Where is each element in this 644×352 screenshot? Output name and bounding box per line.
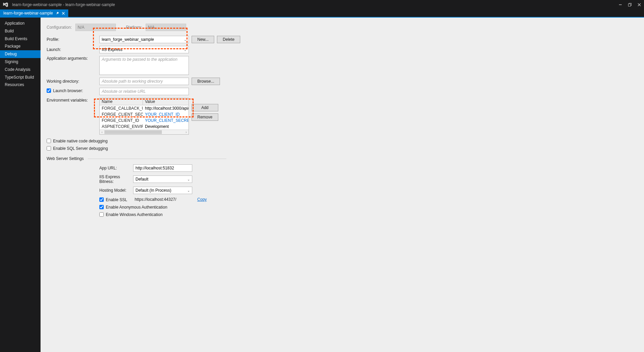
enable-native-debug-checkbox[interactable] [47,139,51,143]
minimize-button[interactable] [616,0,625,9]
enable-win-label: Enable Windows Authentication [106,212,163,217]
env-row[interactable]: ASPNETCORE_ENVIRONMENTDevelopment [100,124,189,130]
tab-bar: learn-forge-webinar-sample [0,9,644,18]
iis-bitness-select[interactable]: Default⌄ [133,175,192,183]
env-name-cell: FORGE_CLIENT_SECRET [100,111,143,117]
env-name-header: Name [100,98,143,105]
close-button[interactable] [635,0,644,9]
configuration-select[interactable]: N/A⌄ [75,24,116,31]
enable-anon-label: Enable Anonymous Authentication [106,205,167,210]
pin-icon[interactable] [56,11,59,15]
configuration-label: Configuration: [47,25,72,30]
window-title: learn-forge-webinar-sample - learn-forge… [12,2,616,7]
enable-windows-auth-checkbox[interactable] [99,212,104,217]
sidebar-item-build[interactable]: Build [0,27,41,35]
copy-link[interactable]: Copy [197,197,207,202]
environment-variables-table[interactable]: Name Value FORGE_CALLBACK_URLhttp://loca… [99,98,189,135]
application-arguments-label: Application arguments: [47,56,99,61]
sidebar-item-application[interactable]: Application [0,20,41,27]
properties-sidebar: Application Build Build Events Package D… [0,18,41,352]
hosting-model-select[interactable]: Default (In Process)⌄ [133,187,192,194]
profile-label: Profile: [47,37,99,42]
remove-env-button[interactable]: Remove [192,113,218,121]
platform-label: Platform: [126,25,142,30]
enable-sql-debug-checkbox[interactable] [47,146,51,151]
add-env-button[interactable]: Add [192,104,218,111]
tab-project-properties[interactable]: learn-forge-webinar-sample [0,9,68,17]
hosting-model-label: Hosting Model: [99,188,133,193]
chevron-down-icon: ⌄ [110,25,114,30]
env-value-cell: YOUR_CLIENT_SECRET [143,117,189,124]
launch-browser-checkbox-row: Launch browser: [47,88,99,93]
chevron-down-icon: ⌄ [187,178,190,181]
svg-rect-2 [628,4,631,6]
restore-button[interactable] [625,0,635,9]
app-url-input[interactable] [133,164,192,172]
enable-sql-label: Enable SQL Server debugging [53,146,108,151]
enable-native-label: Enable native code debugging [53,139,107,143]
application-arguments-input[interactable] [99,56,189,75]
working-directory-label: Working directory: [47,79,99,84]
enable-anonymous-auth-checkbox[interactable] [99,205,104,209]
environment-variables-label: Environment variables: [47,98,99,103]
env-value-cell: YOUR_CLIENT_ID [143,111,189,117]
env-horizontal-scrollbar[interactable]: ‹ › [100,130,189,134]
env-name-cell: FORGE_CLIENT_ID [100,117,143,124]
working-directory-input[interactable] [99,78,189,85]
env-row[interactable]: FORGE_CLIENT_SECRETYOUR_CLIENT_ID [100,111,189,117]
new-profile-button[interactable]: New... [192,36,214,43]
launch-browser-checkbox[interactable] [47,88,51,93]
browse-button[interactable]: Browse... [192,78,220,85]
chevron-down-icon: ⌄ [180,25,184,30]
chevron-down-icon: ⌄ [184,38,187,42]
web-server-settings-header: Web Server Settings [47,156,638,161]
sidebar-item-signing[interactable]: Signing [0,58,41,66]
sidebar-item-debug[interactable]: Debug [0,50,41,58]
sidebar-item-build-events[interactable]: Build Events [0,35,41,43]
app-url-label: App URL: [99,166,133,170]
env-value-cell: Development [143,124,189,130]
scroll-right-icon[interactable]: › [184,130,189,134]
enable-ssl-label: Enable SSL [106,197,127,202]
delete-profile-button[interactable]: Delete [217,36,240,43]
enable-ssl-checkbox[interactable] [99,197,104,202]
ssl-url: https://localhost:44327/ [134,197,176,202]
launch-browser-url-input[interactable] [99,88,189,95]
env-row[interactable]: FORGE_CLIENT_IDYOUR_CLIENT_SECRET [100,117,189,124]
scroll-left-icon[interactable]: ‹ [100,130,104,134]
sidebar-item-code-analysis[interactable]: Code Analysis [0,66,41,74]
sidebar-item-resources[interactable]: Resources [0,81,41,89]
env-value-header: Value [143,98,189,105]
sidebar-item-typescript-build[interactable]: TypeScript Build [0,74,41,81]
launch-label: Launch: [47,47,99,52]
iis-bitness-label: IIS Express Bitness: [99,174,133,184]
env-value-cell: http://localhost:3000/api/forge... [143,105,189,111]
profile-select[interactable]: learn_forge_webinar_sample⌄ [99,36,189,43]
sidebar-item-package[interactable]: Package [0,43,41,50]
chevron-down-icon: ⌄ [187,189,190,192]
platform-select[interactable]: N/A⌄ [146,24,186,31]
launch-select[interactable]: IIS Express⌄ [99,46,189,53]
debug-content: Configuration: N/A⌄ Platform: N/A⌄ Profi… [41,18,644,352]
tab-label: learn-forge-webinar-sample [3,11,53,16]
chevron-down-icon: ⌄ [184,48,187,52]
env-row[interactable]: FORGE_CALLBACK_URLhttp://localhost:3000/… [100,105,189,111]
vs-logo-icon [2,1,9,8]
env-name-cell: FORGE_CALLBACK_URL [100,105,143,111]
env-name-cell: ASPNETCORE_ENVIRONMENT [100,124,143,130]
config-platform-bar: Configuration: N/A⌄ Platform: N/A⌄ [47,24,638,31]
scroll-thumb[interactable] [104,130,162,134]
titlebar: learn-forge-webinar-sample - learn-forge… [0,0,644,9]
close-icon[interactable] [62,12,65,15]
